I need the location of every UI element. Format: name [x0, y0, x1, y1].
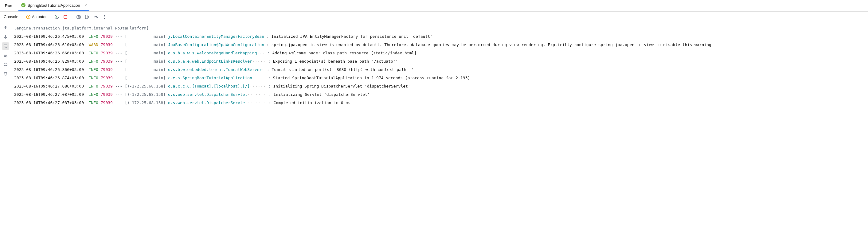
log-line: 2023-08-16T09:46:26.475+03:00 INFO 79039… — [14, 32, 864, 40]
rerun-button[interactable] — [53, 13, 61, 21]
log-line: 2023-08-16T09:46:27.086+03:00 INFO 79039… — [14, 82, 864, 90]
log-line: 2023-08-16T09:46:26.610+03:00 WARN 79039… — [14, 40, 864, 49]
clear-button[interactable] — [2, 70, 9, 78]
scroll-end-button[interactable] — [2, 52, 9, 59]
more-button[interactable] — [100, 13, 108, 21]
close-icon[interactable]: × — [85, 3, 87, 8]
toolbar: Console Actuator — [0, 12, 868, 22]
log-line: 2023-08-16T09:46:27.087+03:00 INFO 79039… — [14, 90, 864, 98]
console-tab[interactable]: Console — [4, 14, 19, 19]
log-line: 2023-08-16T09:46:26.666+03:00 INFO 79039… — [14, 49, 864, 57]
main-area: .engine.transaction.jta.platform.interna… — [0, 22, 868, 109]
spring-icon — [21, 3, 26, 8]
dashboard-button[interactable] — [92, 13, 100, 21]
exit-button[interactable] — [83, 13, 91, 21]
log-line: 2023-08-16T09:46:26.829+03:00 INFO 79039… — [14, 57, 864, 65]
snapshot-button[interactable] — [75, 13, 83, 21]
svg-rect-4 — [77, 16, 81, 19]
svg-rect-6 — [78, 15, 79, 16]
svg-point-10 — [104, 18, 105, 19]
svg-point-2 — [28, 16, 29, 18]
actuator-label: Actuator — [32, 14, 47, 19]
run-tool-label: Run — [4, 1, 13, 10]
run-tab[interactable]: SpringBootTutorialApplication × — [19, 0, 89, 11]
svg-rect-3 — [64, 16, 67, 19]
log-line: 2023-08-16T09:46:26.874+03:00 INFO 79039… — [14, 74, 864, 82]
scroll-down-button[interactable] — [2, 33, 9, 40]
svg-point-5 — [78, 16, 80, 18]
scroll-up-button[interactable] — [2, 24, 9, 31]
tab-label: SpringBootTutorialApplication — [28, 3, 80, 8]
console-output[interactable]: .engine.transaction.jta.platform.interna… — [11, 22, 868, 109]
svg-point-9 — [104, 16, 105, 17]
gutter — [0, 22, 11, 109]
soft-wrap-button[interactable] — [2, 42, 9, 50]
log-line: 2023-08-16T09:46:27.087+03:00 INFO 79039… — [14, 98, 864, 107]
log-line: .engine.transaction.jta.platform.interna… — [14, 24, 864, 32]
actuator-tab[interactable]: Actuator — [23, 14, 49, 20]
header-bar: Run SpringBootTutorialApplication × — [0, 0, 868, 12]
actuator-icon — [26, 14, 31, 19]
log-line: 2023-08-16T09:46:26.866+03:00 INFO 79039… — [14, 65, 864, 74]
divider — [72, 14, 72, 20]
svg-point-8 — [104, 15, 105, 16]
print-button[interactable] — [2, 61, 9, 68]
stop-button[interactable] — [61, 13, 69, 21]
